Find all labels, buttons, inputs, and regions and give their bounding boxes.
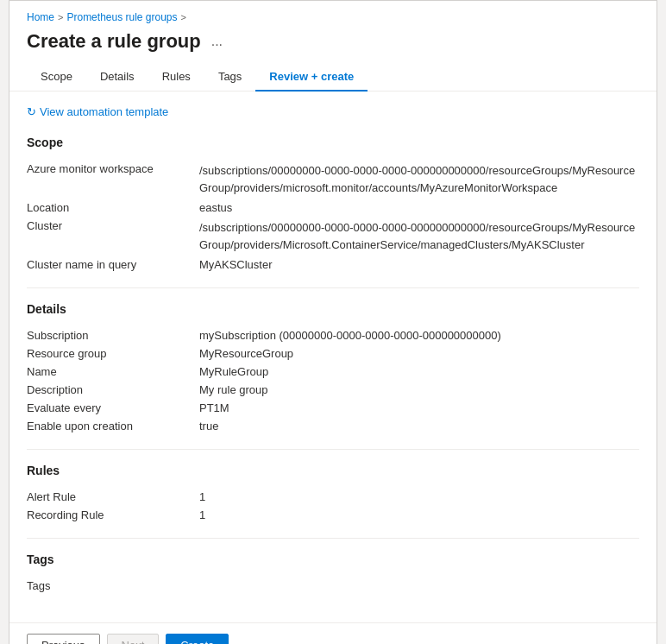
section-divider xyxy=(27,287,639,288)
field-label: Cluster name in query xyxy=(27,256,199,274)
breadcrumb-sep1: > xyxy=(58,12,63,22)
tab-details[interactable]: Details xyxy=(86,63,148,92)
field-value: MyResourceGroup xyxy=(199,344,639,363)
table-row: Cluster name in query MyAKSCluster xyxy=(27,256,639,274)
field-value: /subscriptions/00000000-0000-0000-0000-0… xyxy=(199,217,639,256)
next-button: Next xyxy=(107,634,160,644)
details-heading: Details xyxy=(27,302,639,316)
field-value: PT1M xyxy=(199,399,639,417)
table-row: Alert Rule 1 xyxy=(27,488,639,506)
table-row: Evaluate every PT1M xyxy=(27,399,639,417)
tab-scope[interactable]: Scope xyxy=(27,63,86,92)
section-divider xyxy=(27,449,639,450)
details-table: Subscription mySubscription (00000000-00… xyxy=(27,326,639,435)
field-label: Resource group xyxy=(27,344,199,363)
footer: Previous Next Create xyxy=(9,622,657,644)
tags-table: Tags xyxy=(27,577,639,595)
field-value: 1 xyxy=(199,506,639,524)
breadcrumb-sep2: > xyxy=(181,12,186,22)
breadcrumb-prometheus[interactable]: Prometheus rule groups xyxy=(66,11,177,23)
section-divider xyxy=(27,538,639,539)
tabs-container: Scope Details Rules Tags Review + create xyxy=(9,63,657,92)
scope-section: Scope Azure monitor workspace /subscript… xyxy=(27,136,639,274)
field-label: Cluster xyxy=(27,217,199,256)
table-row: Name MyRuleGroup xyxy=(27,363,639,381)
field-label: Description xyxy=(27,381,199,399)
field-label: Alert Rule xyxy=(27,488,199,506)
field-label: Azure monitor workspace xyxy=(27,160,199,199)
scope-table: Azure monitor workspace /subscriptions/0… xyxy=(27,160,639,274)
main-window: Home > Prometheus rule groups > Create a… xyxy=(9,0,657,644)
field-value: MyAKSCluster xyxy=(199,256,639,274)
rules-table: Alert Rule 1 Recording Rule 1 xyxy=(27,488,639,524)
field-value: eastus xyxy=(199,199,639,217)
breadcrumb-home[interactable]: Home xyxy=(27,11,54,23)
table-row: Enable upon creation true xyxy=(27,417,639,435)
tab-rules[interactable]: Rules xyxy=(148,63,204,92)
field-label: Evaluate every xyxy=(27,399,199,417)
table-row: Resource group MyResourceGroup xyxy=(27,344,639,363)
previous-button[interactable]: Previous xyxy=(27,634,100,644)
table-row: Subscription mySubscription (00000000-00… xyxy=(27,326,639,344)
page-header: Create a rule group ... xyxy=(9,27,657,63)
field-value: true xyxy=(199,417,639,435)
tags-heading: Tags xyxy=(27,552,639,566)
table-row: Location eastus xyxy=(27,199,639,217)
table-row: Description My rule group xyxy=(27,381,639,399)
automation-template-link[interactable]: ↻ View automation template xyxy=(27,105,639,118)
tags-section: Tags Tags xyxy=(27,552,639,595)
table-row: Cluster /subscriptions/00000000-0000-000… xyxy=(27,217,639,256)
field-label: Subscription xyxy=(27,326,199,344)
field-label: Name xyxy=(27,363,199,381)
field-value: mySubscription (00000000-0000-0000-0000-… xyxy=(199,326,639,344)
tab-tags[interactable]: Tags xyxy=(204,63,255,92)
create-button[interactable]: Create xyxy=(166,634,229,644)
rules-heading: Rules xyxy=(27,464,639,477)
details-section: Details Subscription mySubscription (000… xyxy=(27,302,639,435)
content-area: ↻ View automation template Scope Azure m… xyxy=(9,92,657,622)
field-label: Location xyxy=(27,199,199,217)
field-value: MyRuleGroup xyxy=(199,363,639,381)
rules-section: Rules Alert Rule 1 Recording Rule 1 xyxy=(27,464,639,524)
table-row: Azure monitor workspace /subscriptions/0… xyxy=(27,160,639,199)
field-label: Recording Rule xyxy=(27,506,199,524)
field-value: My rule group xyxy=(199,381,639,399)
automation-label: View automation template xyxy=(40,105,168,118)
page-title: Create a rule group xyxy=(27,30,201,53)
field-label: Enable upon creation xyxy=(27,417,199,435)
field-label: Tags xyxy=(27,577,199,595)
field-value: /subscriptions/00000000-0000-0000-0000-0… xyxy=(199,160,639,199)
scope-heading: Scope xyxy=(27,136,639,149)
automation-icon: ↻ xyxy=(27,105,36,118)
tab-review[interactable]: Review + create xyxy=(255,63,368,92)
ellipsis-button[interactable]: ... xyxy=(208,32,226,51)
breadcrumb: Home > Prometheus rule groups > xyxy=(9,1,657,27)
field-value: 1 xyxy=(199,488,639,506)
table-row: Tags xyxy=(27,577,639,595)
field-value xyxy=(199,577,639,595)
table-row: Recording Rule 1 xyxy=(27,506,639,524)
